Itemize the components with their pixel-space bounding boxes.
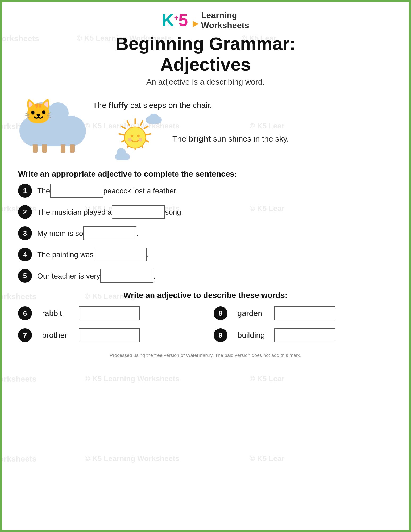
q1-answer-input[interactable] — [50, 184, 103, 198]
title-line2: Adjectives — [160, 54, 251, 74]
question-num-8: 8 — [214, 306, 227, 320]
svg-line-3 — [146, 134, 151, 135]
logo: K+5 ▶ Learning Worksheets — [162, 10, 249, 31]
svg-point-15 — [128, 138, 132, 142]
svg-point-13 — [131, 135, 133, 137]
word-grid: 6 rabbit 8 garden 7 brother — [18, 306, 393, 342]
word-item-6: 6 rabbit — [18, 306, 198, 320]
questions-section: 1 The peacock lost a feather. 2 The musi… — [18, 184, 393, 283]
word7-answer-input[interactable] — [79, 328, 140, 342]
word-label-7: brother — [42, 331, 74, 340]
svg-point-12 — [124, 127, 146, 148]
example2-before: The — [172, 134, 188, 143]
section1-instructions: Write an appropriate adjective to comple… — [18, 169, 393, 178]
q1-after: peacock lost a feather. — [103, 186, 178, 196]
question-num-1: 1 — [18, 184, 32, 198]
cloud-leg1 — [33, 144, 38, 153]
logo-learning: Learning — [201, 10, 249, 20]
q3-answer-input[interactable] — [83, 226, 136, 240]
word-label-8: garden — [238, 309, 269, 318]
logo-words: Learning Worksheets — [201, 10, 249, 31]
word-item-9: 9 building — [214, 328, 393, 342]
worksheet-page: Worksheets © K5 Learning Worksheets © K5… — [0, 0, 411, 532]
cat-illustration: 🐱 — [18, 94, 87, 156]
q4-answer-input[interactable] — [94, 248, 147, 261]
sun-row: The bright sun shines in the sky. — [93, 116, 393, 161]
example1-after: cat sleeps on the chair. — [128, 101, 212, 110]
logo-area: K+5 ▶ Learning Worksheets — [18, 10, 393, 31]
question-num-7: 7 — [18, 328, 32, 342]
cloud-leg3 — [61, 144, 65, 153]
cloud-leg4 — [70, 144, 75, 153]
q1-before: The — [37, 186, 50, 196]
logo-worksheets: Worksheets — [201, 20, 249, 30]
logo-plus: + — [174, 14, 178, 22]
question-row-1: 1 The peacock lost a feather. — [18, 184, 393, 198]
question-num-2: 2 — [18, 205, 32, 219]
subtitle: An adjective is a describing word. — [18, 77, 393, 86]
q5-before: Our teacher is very — [37, 271, 100, 281]
q5-answer-input[interactable] — [100, 269, 153, 283]
svg-line-1 — [140, 121, 143, 125]
question-num-5: 5 — [18, 269, 32, 283]
example2-adjective: bright — [188, 134, 211, 143]
example1-adjective: fluffy — [109, 101, 128, 110]
logo-k5-text: K+5 ▶ — [162, 12, 198, 29]
svg-line-9 — [119, 134, 124, 135]
logo-triangle: ▶ — [193, 19, 198, 28]
question-num-4: 4 — [18, 248, 32, 261]
section2-instructions: Write an adjective to describe these wor… — [18, 291, 393, 300]
svg-line-10 — [121, 126, 126, 128]
q2-after: song. — [165, 207, 183, 217]
q4-after: . — [147, 250, 149, 260]
sun-illustration — [114, 116, 167, 161]
example1-before: The — [93, 101, 109, 110]
word9-answer-input[interactable] — [274, 328, 335, 342]
cat-emoji: 🐱 — [23, 100, 53, 124]
q2-answer-input[interactable] — [112, 205, 165, 219]
q5-after: . — [153, 271, 156, 281]
example2-after: sun shines in the sky. — [211, 134, 289, 143]
footer: Processed using the free version of Wate… — [18, 350, 393, 358]
example-sentence-1: The fluffy cat sleeps on the chair. — [93, 100, 393, 111]
page-title: Beginning Grammar: Adjectives — [18, 33, 393, 75]
svg-point-14 — [137, 135, 140, 137]
question-row-3: 3 My mom is so . — [18, 226, 393, 240]
svg-line-2 — [144, 126, 148, 128]
svg-line-11 — [127, 121, 129, 125]
word-item-7: 7 brother — [18, 328, 198, 342]
word-label-6: rabbit — [42, 309, 74, 318]
q4-before: The painting was — [37, 250, 94, 260]
q2-before: The musician played a — [37, 207, 112, 217]
logo-5: 5 — [178, 11, 188, 30]
title-line1: Beginning Grammar: — [115, 34, 295, 54]
question-num-6: 6 — [18, 306, 32, 320]
word-label-9: building — [238, 331, 269, 340]
example-section: 🐱 The fluffy cat sleeps on the chair. — [18, 94, 393, 161]
question-num-3: 3 — [18, 226, 32, 240]
svg-point-16 — [139, 138, 142, 142]
q3-after: . — [136, 228, 139, 239]
question-row-4: 4 The painting was . — [18, 248, 393, 261]
word6-answer-input[interactable] — [79, 306, 140, 320]
word8-answer-input[interactable] — [274, 306, 335, 320]
logo-k: K — [162, 11, 174, 30]
question-row-2: 2 The musician played a song. — [18, 205, 393, 219]
q3-before: My mom is so — [37, 228, 83, 239]
word-item-8: 8 garden — [214, 306, 393, 320]
example-sentence-2: The bright sun shines in the sky. — [172, 133, 289, 144]
example-text-area: The fluffy cat sleeps on the chair. — [87, 94, 393, 161]
cloud-leg2 — [42, 144, 47, 153]
question-row-5: 5 Our teacher is very . — [18, 269, 393, 283]
question-num-9: 9 — [214, 328, 227, 342]
